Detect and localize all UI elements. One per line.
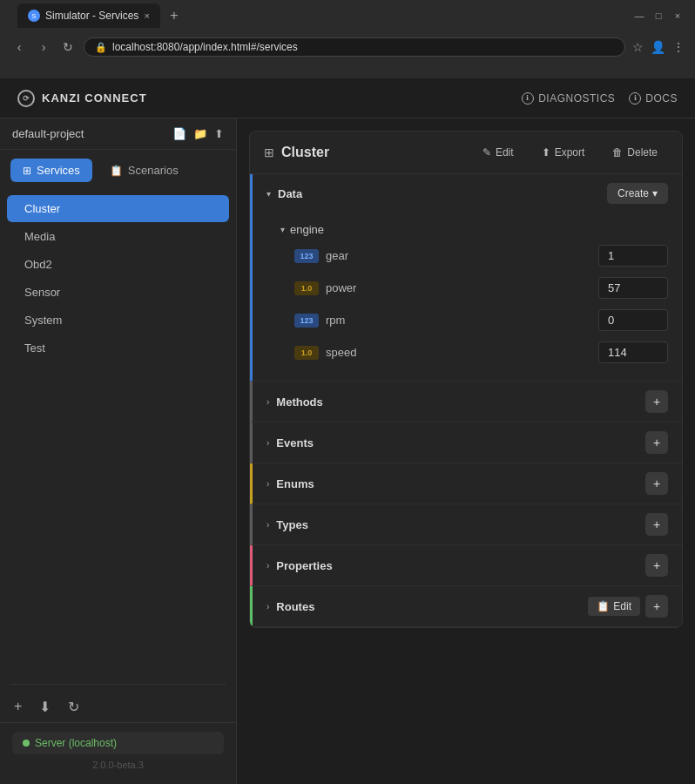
properties-chevron: › xyxy=(267,561,269,571)
download-button[interactable]: ⬇ xyxy=(39,699,51,715)
speed-value[interactable]: 114 xyxy=(598,341,668,363)
methods-section-header[interactable]: › Methods + xyxy=(253,382,682,422)
events-section-title: Events xyxy=(276,436,314,449)
diagnostics-label: DIAGNOSTICS xyxy=(538,92,615,105)
maximize-button[interactable]: □ xyxy=(651,9,665,23)
gear-type-badge: 123 xyxy=(294,249,319,263)
sidebar-item-obd2[interactable]: Obd2 xyxy=(7,251,229,278)
tab-scenarios[interactable]: 📋 Scenarios xyxy=(98,159,191,182)
scenarios-tab-label: Scenarios xyxy=(128,164,179,177)
routes-section-header[interactable]: › Routes 📋 Edit + xyxy=(253,586,682,626)
rpm-value[interactable]: 0 xyxy=(598,309,668,331)
export-label: Export xyxy=(555,146,585,159)
methods-section-title: Methods xyxy=(276,395,322,409)
sidebar-actions: + ⬇ ↻ xyxy=(0,692,236,722)
folder-icon[interactable]: 📁 xyxy=(193,127,207,140)
sidebar-item-media[interactable]: Media xyxy=(7,223,229,250)
services-tab-icon: ⊞ xyxy=(23,165,31,177)
enums-add-button[interactable]: + xyxy=(645,472,668,495)
routes-edit-button[interactable]: 📋 Edit xyxy=(588,597,640,616)
sensor-label: Sensor xyxy=(24,286,60,299)
types-section-header[interactable]: › Types + xyxy=(253,504,682,544)
card-header: ⊞ Cluster ✎ Edit ⬆ Export 🗑 D xyxy=(250,132,682,174)
close-button[interactable]: × xyxy=(671,9,685,23)
section-properties: › Properties + xyxy=(250,545,682,586)
active-tab[interactable]: S Simulator - Services × xyxy=(17,3,160,28)
events-add-button[interactable]: + xyxy=(645,431,668,454)
delete-icon: 🗑 xyxy=(612,146,623,159)
rpm-type-badge: 123 xyxy=(294,314,319,328)
sidebar-tabs: ⊞ Services 📋 Scenarios xyxy=(0,150,236,191)
power-type-badge: 1.0 xyxy=(294,281,319,295)
routes-edit-icon: 📋 xyxy=(597,600,610,612)
upload-icon[interactable]: ⬆ xyxy=(214,127,224,140)
events-section-header[interactable]: › Events + xyxy=(253,422,682,463)
sidebar-header: default-project 📄 📁 ⬆ xyxy=(0,118,236,150)
window-controls: — □ × xyxy=(632,9,685,23)
properties-add-button[interactable]: + xyxy=(645,554,668,577)
new-file-icon[interactable]: 📄 xyxy=(172,127,186,140)
sidebar-item-system[interactable]: System xyxy=(7,307,229,334)
bookmark-icon[interactable]: ☆ xyxy=(632,40,644,54)
section-enums: › Enums + xyxy=(250,463,682,504)
menu-icon[interactable]: ⋮ xyxy=(672,40,685,54)
section-data: ▾ Data Create ▾ ▾ engine xyxy=(250,174,682,382)
enums-chevron: › xyxy=(267,479,269,489)
power-field-name: power xyxy=(326,281,591,294)
tab-close-button[interactable]: × xyxy=(144,10,149,21)
sidebar-list: Cluster Media Obd2 Sensor System Test xyxy=(0,191,236,677)
gear-value[interactable]: 1 xyxy=(598,245,668,267)
engine-header[interactable]: ▾ engine xyxy=(253,220,682,240)
diagnostics-link[interactable]: ℹ DIAGNOSTICS xyxy=(522,92,615,105)
media-label: Media xyxy=(24,230,55,243)
test-label: Test xyxy=(24,341,45,355)
new-tab-button[interactable]: + xyxy=(164,5,185,26)
data-section-header[interactable]: ▾ Data Create ▾ xyxy=(253,174,682,213)
create-chevron: ▾ xyxy=(652,187,658,199)
routes-add-button[interactable]: + xyxy=(645,595,668,618)
account-icon[interactable]: 👤 xyxy=(651,40,665,54)
properties-section-header[interactable]: › Properties + xyxy=(253,545,682,585)
project-name: default-project xyxy=(12,127,84,140)
reload-button[interactable]: ↻ xyxy=(59,40,77,54)
edit-button[interactable]: ✎ Edit xyxy=(472,142,524,163)
content-card: ⊞ Cluster ✎ Edit ⬆ Export 🗑 D xyxy=(249,131,683,628)
add-service-button[interactable]: + xyxy=(14,699,22,715)
types-add-button[interactable]: + xyxy=(645,513,668,536)
back-button[interactable]: ‹ xyxy=(10,40,28,54)
sidebar-item-test[interactable]: Test xyxy=(7,335,229,362)
rpm-field-name: rpm xyxy=(326,314,591,327)
export-button[interactable]: ⬆ Export xyxy=(531,142,596,163)
docs-icon: ℹ xyxy=(629,92,641,105)
docs-link[interactable]: ℹ DOCS xyxy=(629,92,678,105)
events-section-actions: + xyxy=(645,431,668,454)
docs-label: DOCS xyxy=(645,92,678,105)
sidebar-item-cluster[interactable]: Cluster xyxy=(7,195,229,222)
power-value[interactable]: 57 xyxy=(598,277,668,299)
delete-button[interactable]: 🗑 Delete xyxy=(602,142,668,163)
tab-services[interactable]: ⊞ Services xyxy=(10,159,92,182)
scenarios-tab-icon: 📋 xyxy=(110,165,123,177)
speed-type-badge: 1.0 xyxy=(294,346,319,360)
edit-icon: ✎ xyxy=(482,146,491,159)
gear-field-name: gear xyxy=(326,249,591,262)
minimize-button[interactable]: — xyxy=(632,9,646,23)
methods-add-button[interactable]: + xyxy=(645,390,668,413)
url-field[interactable]: 🔒 localhost:8080/app/index.html#/service… xyxy=(84,37,625,57)
table-row: 1.0 power 57 xyxy=(253,272,682,304)
card-title: Cluster xyxy=(281,145,329,160)
create-button[interactable]: Create ▾ xyxy=(607,183,668,204)
methods-section-actions: + xyxy=(645,390,668,413)
routes-section-title: Routes xyxy=(276,600,314,613)
refresh-button[interactable]: ↻ xyxy=(68,699,79,715)
forward-button[interactable]: › xyxy=(35,40,52,54)
header-right: ℹ DIAGNOSTICS ℹ DOCS xyxy=(522,92,678,105)
enums-section-header[interactable]: › Enums + xyxy=(253,463,682,504)
logo-text: KANZI CONNECT xyxy=(42,91,147,105)
sidebar-item-sensor[interactable]: Sensor xyxy=(7,279,229,306)
main-content: ⊞ Cluster ✎ Edit ⬆ Export 🗑 D xyxy=(237,118,695,784)
server-status-dot xyxy=(23,740,30,747)
section-methods: › Methods + xyxy=(250,382,682,422)
section-routes: › Routes 📋 Edit + xyxy=(250,586,682,627)
properties-section-actions: + xyxy=(645,554,668,577)
